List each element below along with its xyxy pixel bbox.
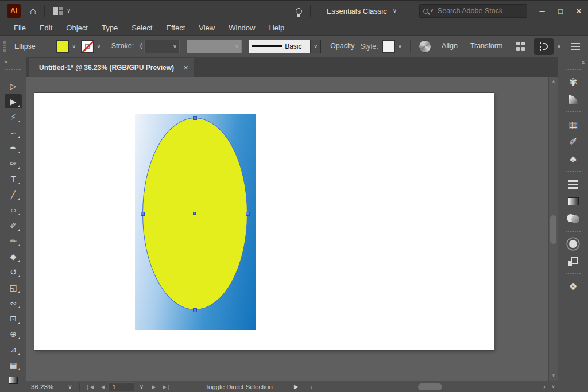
- chevron-down-icon[interactable]: ∨: [96, 44, 100, 49]
- zoom-dropdown-icon[interactable]: ∨: [63, 384, 77, 390]
- scroll-down-icon[interactable]: ∨: [548, 384, 558, 389]
- scroll-up-icon[interactable]: ∧: [549, 79, 558, 84]
- pen-tool[interactable]: ✒: [0, 140, 26, 156]
- expand-tools-icon[interactable]: »: [4, 59, 7, 65]
- anchor-options-button[interactable]: [534, 38, 554, 55]
- chevron-down-icon[interactable]: ∨: [398, 44, 402, 49]
- chevron-down-icon[interactable]: ∨: [67, 8, 71, 14]
- stroke-color-swatch[interactable]: [82, 41, 93, 52]
- appearance-panel-icon[interactable]: [558, 235, 588, 253]
- artboard[interactable]: [34, 93, 494, 350]
- direct-selection-tool[interactable]: ▶: [0, 94, 26, 109]
- graphic-style-swatch[interactable]: [383, 41, 394, 52]
- vertical-scrollbar[interactable]: ∧ ∨: [548, 77, 558, 381]
- layers-panel-icon[interactable]: ❖: [558, 278, 588, 295]
- arrange-documents-icon[interactable]: [53, 7, 63, 15]
- chevron-down-icon[interactable]: ∨: [430, 9, 434, 13]
- magic-wand-tool[interactable]: ⚡: [0, 109, 26, 125]
- stroke-panel-icon[interactable]: [558, 176, 588, 193]
- previous-artboard-button[interactable]: ◀: [97, 384, 108, 390]
- gradient-tool[interactable]: [0, 372, 26, 388]
- mesh-tool[interactable]: ▦: [0, 357, 26, 372]
- center-point-handle[interactable]: [193, 212, 196, 215]
- brushes-panel-icon[interactable]: ✐: [558, 133, 588, 150]
- swatches-panel-icon[interactable]: ▦: [558, 116, 588, 133]
- document-tab[interactable]: Untitled-1* @ 36.23% (RGB/GPU Preview) ✕: [29, 58, 194, 77]
- horizontal-scrollbar[interactable]: ‹ ›: [308, 381, 549, 392]
- menu-edit[interactable]: Edit: [33, 24, 59, 32]
- chevron-down-icon[interactable]: ∨: [72, 44, 76, 49]
- lightbulb-icon[interactable]: [296, 8, 302, 14]
- first-artboard-button[interactable]: ❘◀: [82, 384, 97, 390]
- canvas[interactable]: [26, 77, 548, 381]
- line-segment-tool[interactable]: ╱: [0, 187, 26, 202]
- maximize-button[interactable]: □: [551, 7, 570, 15]
- adobe-stock-search[interactable]: ∨: [419, 4, 527, 18]
- type-tool[interactable]: T: [0, 171, 26, 187]
- chevron-down-icon[interactable]: ∨: [310, 40, 320, 53]
- scroll-left-icon[interactable]: ‹: [310, 383, 312, 391]
- stroke-weight-dropdown[interactable]: ∨: [144, 40, 180, 53]
- fill-color-swatch[interactable]: [57, 41, 68, 52]
- symbols-panel-icon[interactable]: ♣: [558, 150, 588, 168]
- artboard-dropdown-icon[interactable]: ∨: [134, 384, 148, 390]
- chevron-down-icon[interactable]: ∨: [557, 44, 561, 49]
- menu-effect[interactable]: Effect: [159, 24, 192, 32]
- tools-grip[interactable]: [5, 69, 21, 70]
- vertical-scroll-thumb[interactable]: [550, 215, 556, 244]
- menu-window[interactable]: Window: [222, 24, 262, 32]
- brush-definition-dropdown[interactable]: Basic ∨: [249, 40, 321, 53]
- menu-object[interactable]: Object: [59, 24, 95, 32]
- collapse-dock-icon[interactable]: «: [581, 59, 584, 65]
- zoom-level[interactable]: 36.23%: [31, 383, 63, 390]
- close-button[interactable]: ✕: [570, 7, 588, 15]
- close-tab-icon[interactable]: ✕: [183, 64, 188, 72]
- transform-label[interactable]: Transform: [470, 42, 503, 51]
- isolate-object-icon[interactable]: [516, 42, 525, 51]
- color-guide-panel-icon[interactable]: [558, 91, 588, 108]
- lasso-tool[interactable]: ∽: [0, 125, 26, 140]
- scroll-down-icon[interactable]: ∨: [549, 372, 558, 378]
- next-artboard-button[interactable]: ▶: [148, 384, 159, 390]
- panel-grip[interactable]: [3, 41, 6, 52]
- horizontal-scroll-thumb[interactable]: [418, 383, 442, 390]
- panel-menu-icon[interactable]: [571, 43, 580, 50]
- anchor-handle-right[interactable]: [246, 212, 250, 216]
- minimize-button[interactable]: ─: [533, 7, 551, 15]
- menu-type[interactable]: Type: [95, 24, 125, 32]
- rotate-tool[interactable]: ↺: [0, 264, 26, 280]
- paintbrush-tool[interactable]: ✐: [0, 218, 26, 233]
- opacity-label[interactable]: Opacity: [330, 42, 354, 51]
- menu-view[interactable]: View: [192, 24, 222, 32]
- eyedropper-tool[interactable]: ◆: [0, 249, 26, 264]
- gradient-panel-icon[interactable]: [558, 193, 588, 210]
- scale-tool[interactable]: ◱: [0, 280, 26, 295]
- anchor-handle-bottom[interactable]: [193, 308, 197, 312]
- menu-help[interactable]: Help: [262, 24, 291, 32]
- anchor-handle-left[interactable]: [141, 212, 145, 216]
- home-icon[interactable]: ⌂: [30, 6, 36, 16]
- shaper-tool[interactable]: ✏: [0, 233, 26, 249]
- menu-select[interactable]: Select: [125, 24, 159, 32]
- curvature-tool[interactable]: ✑: [0, 156, 26, 171]
- recolor-artwork-icon[interactable]: [419, 40, 431, 53]
- width-tool[interactable]: ∾: [0, 295, 26, 311]
- transparency-panel-icon[interactable]: [558, 210, 588, 227]
- free-transform-tool[interactable]: ⊡: [0, 311, 26, 326]
- workspace-switcher[interactable]: Essentials Classic: [327, 7, 387, 15]
- search-input[interactable]: [436, 6, 517, 15]
- align-label[interactable]: Align: [442, 42, 458, 51]
- selection-tool[interactable]: ▷: [0, 78, 26, 94]
- shape-builder-tool[interactable]: ⊕: [0, 326, 26, 341]
- anchor-handle-top[interactable]: [193, 116, 197, 120]
- scroll-right-icon[interactable]: ›: [543, 383, 546, 391]
- stroke-weight-stepper[interactable]: ∧∨: [140, 43, 143, 50]
- menu-file[interactable]: File: [7, 24, 33, 32]
- chevron-down-icon[interactable]: ∨: [393, 8, 397, 14]
- color-panel-icon[interactable]: ✾: [558, 73, 588, 91]
- perspective-grid-tool[interactable]: ⊿: [0, 341, 26, 357]
- ellipse-tool[interactable]: ○: [0, 202, 26, 218]
- status-menu-arrow-icon[interactable]: ▶: [294, 383, 299, 390]
- stroke-weight-label[interactable]: Stroke:: [111, 42, 134, 51]
- artboard-number-field[interactable]: 1: [108, 382, 134, 391]
